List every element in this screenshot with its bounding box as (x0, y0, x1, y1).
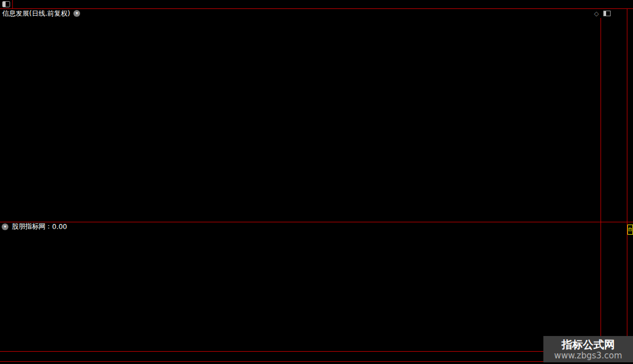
trading-app-window: 信息发展(日线.前复权) ▾ ◇ ▾ 股朋指标网 ： 0.00 自 指标公式网 … (0, 0, 633, 364)
auto-button[interactable]: 自 (627, 225, 633, 235)
chart-title-bar: 信息发展(日线.前复权) ▾ ◇ (0, 9, 633, 18)
title-bar-icons: ◇ (594, 10, 611, 17)
window-icon[interactable] (603, 11, 611, 16)
chevron-down-icon[interactable]: ▾ (2, 223, 8, 230)
toolbar-spacer (13, 0, 633, 8)
indicator-value: 0.00 (52, 223, 67, 231)
indicator-header: ▾ 股朋指标网 ： 0.00 (0, 222, 599, 231)
diamond-icon[interactable]: ◇ (594, 10, 599, 17)
main-candlestick-chart[interactable] (0, 18, 601, 222)
indicator-name: 股朋指标网 (12, 222, 45, 231)
time-axis-bottom-line (0, 361, 633, 362)
period-toolbar (0, 0, 633, 8)
indicator-chart[interactable] (0, 231, 601, 351)
right-vertical-toolbar[interactable] (627, 9, 633, 362)
chevron-down-icon[interactable]: ▾ (73, 10, 80, 17)
price-axis-line (601, 18, 601, 361)
time-axis[interactable] (0, 351, 633, 361)
stock-title: 信息发展(日线.前复权) (2, 9, 70, 18)
split-window-icon (2, 1, 10, 7)
indicator-separator: ： (45, 222, 52, 231)
layout-toggle-button[interactable] (0, 0, 13, 8)
watermark-url: www.zbgs3.com (554, 351, 622, 361)
watermark-title: 指标公式网 (562, 338, 615, 351)
site-watermark: 指标公式网 www.zbgs3.com (543, 336, 633, 362)
